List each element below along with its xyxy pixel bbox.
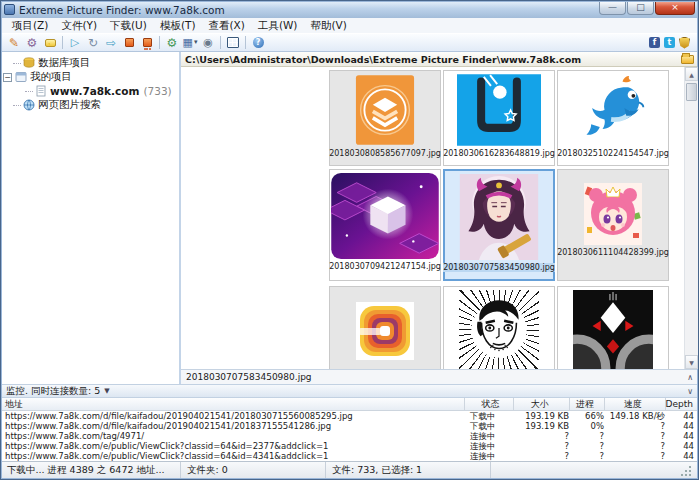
- thumb-image-diamond-game: [573, 290, 653, 369]
- menu-project[interactable]: 项目(Z): [6, 19, 54, 33]
- tree-connector: [13, 63, 21, 64]
- table-header: 地址 状态 大小 进程 速度 Depth: [1, 398, 698, 411]
- menu-download[interactable]: 下载(U): [104, 19, 153, 33]
- project-tree: 数据库项目 − 我的项目 www.7a8k.com (733) 网页图片搜索: [1, 52, 181, 384]
- cell-status: 连接中: [467, 441, 517, 451]
- cell-speed: ?: [608, 421, 669, 431]
- thumbnail-cell[interactable]: 2018030616283648819.jpg: [443, 70, 555, 166]
- continue-download-button[interactable]: ⇨: [102, 35, 120, 51]
- vertical-scrollbar[interactable]: ▲ ▼: [684, 67, 698, 369]
- folder-icon[interactable]: [681, 55, 694, 64]
- tree-item-project-7a8k[interactable]: www.7a8k.com (733): [3, 84, 177, 98]
- tree-item-database-projects[interactable]: 数据库项目: [3, 56, 177, 70]
- thumbnail-cell[interactable]: 2018032510224154547.jpg: [557, 70, 669, 166]
- cell-depth: 44: [669, 431, 698, 441]
- cell-speed: ?: [608, 431, 669, 441]
- menu-bar: 项目(Z) 文件(Y) 下载(U) 模板(T) 查看(X) 工具(W) 帮助(V…: [1, 18, 698, 33]
- comments-button[interactable]: [41, 35, 59, 51]
- cell-url: https://www.7a8k.com/e/public/ViewClick?…: [1, 441, 467, 451]
- target-button[interactable]: ◉: [199, 35, 217, 51]
- scroll-down-icon[interactable]: ▼: [685, 355, 698, 369]
- options-button[interactable]: ⚙: [163, 35, 181, 51]
- facebook-icon[interactable]: f: [649, 37, 660, 48]
- table-row[interactable]: https://www.7a8k.com/e/public/ViewClick?…: [1, 441, 698, 451]
- table-row[interactable]: https://www.7a8k.com/d/file/kaifadou/201…: [1, 411, 698, 421]
- chevron-up-icon[interactable]: ∧: [687, 373, 693, 382]
- menu-help[interactable]: 帮助(V): [304, 19, 352, 33]
- cell-progress: ?: [573, 451, 608, 461]
- close-button[interactable]: ×: [655, 1, 695, 15]
- tree-item-my-projects[interactable]: − 我的项目: [3, 70, 177, 84]
- thumbnail-cell[interactable]: 2018030808585677097.jpg: [329, 70, 441, 166]
- arrow-right-icon: ⇨: [106, 37, 116, 49]
- thumb-image-ball-cup-game: [457, 74, 541, 146]
- status-bar: 下载中... 进程 4389 之 6472 地址... 文件夹: 0 文件: 7…: [1, 461, 698, 479]
- column-header-status[interactable]: 状态: [465, 398, 515, 410]
- tree-label: 我的项目: [30, 70, 72, 84]
- column-header-address[interactable]: 地址: [1, 398, 465, 410]
- cell-url: https://www.7a8k.com/d/file/kaifadou/201…: [1, 421, 467, 431]
- pencil-icon: ✎: [9, 37, 19, 49]
- column-header-depth[interactable]: Depth: [666, 398, 698, 410]
- play-icon: ▷: [71, 37, 79, 48]
- selected-file-bar: 2018030707583450980.jpg ∧: [181, 369, 698, 384]
- chevron-down-icon[interactable]: ∨: [687, 387, 693, 396]
- thumb-image-layers-logo: [355, 74, 415, 146]
- help-button[interactable]: ?: [249, 35, 267, 51]
- donate-icon[interactable]: [679, 37, 690, 49]
- thumbnail-cell-selected[interactable]: 2018030707583450980.jpg: [443, 169, 555, 281]
- scroll-up-icon[interactable]: ▲: [685, 67, 698, 81]
- cell-depth: 44: [669, 451, 698, 461]
- table-row[interactable]: https://www.7a8k.com/tag/4971/ 连接中 ? ? ?…: [1, 431, 698, 441]
- cell-depth: 44: [669, 421, 698, 431]
- projects-icon: [15, 71, 27, 83]
- thumbnail-cell[interactable]: [329, 286, 441, 369]
- toolbar-separator: [62, 36, 63, 49]
- speech-bubble-icon: [45, 39, 56, 47]
- cell-progress: 66%: [573, 411, 608, 421]
- stop-icon: [125, 38, 134, 47]
- content-area: 数据库项目 − 我的项目 www.7a8k.com (733) 网页图片搜索: [1, 52, 698, 384]
- title-bar[interactable]: Extreme Picture Finder: www.7a8k.com — □…: [1, 1, 698, 18]
- column-header-progress[interactable]: 进程: [570, 398, 605, 410]
- stop-download-button[interactable]: [120, 35, 138, 51]
- column-header-size[interactable]: 大小: [514, 398, 570, 410]
- table-row[interactable]: https://www.7a8k.com/e/public/ViewClick?…: [1, 451, 698, 461]
- view-mode-button[interactable]: ▦▾: [181, 35, 199, 51]
- resize-grip[interactable]: [679, 466, 691, 478]
- thumbnail-cell[interactable]: [443, 286, 555, 369]
- maximize-button[interactable]: □: [627, 1, 654, 15]
- thumbnail-cell[interactable]: 2018030611104428399.jpg: [557, 169, 669, 281]
- menu-tools[interactable]: 工具(W): [252, 19, 304, 33]
- thumbnail-filename: 2018030616283648819.jpg: [443, 149, 555, 158]
- project-settings-button[interactable]: ⚙: [23, 35, 41, 51]
- cell-size: ?: [517, 451, 573, 461]
- collapse-toggle-icon[interactable]: −: [3, 73, 12, 82]
- window-title: Extreme Picture Finder: www.7a8k.com: [19, 4, 225, 16]
- new-project-button[interactable]: ✎: [5, 35, 23, 51]
- status-folders: 文件夹: 0: [181, 462, 326, 479]
- menu-file[interactable]: 文件(Y): [55, 19, 103, 33]
- start-download-button[interactable]: ▷: [66, 35, 84, 51]
- tree-item-count: (733): [143, 85, 171, 97]
- menu-template[interactable]: 模板(T): [154, 19, 202, 33]
- tree-item-web-image-search[interactable]: 网页图片搜索: [3, 98, 177, 112]
- stop-all-button[interactable]: [138, 35, 156, 51]
- dropdown-arrow-icon[interactable]: ▼: [104, 387, 109, 395]
- status-progress: 下载中... 进程 4389 之 6472 地址...: [1, 462, 181, 479]
- table-row[interactable]: https://www.7a8k.com/d/file/kaifadou/201…: [1, 421, 698, 431]
- menu-view[interactable]: 查看(X): [203, 19, 251, 33]
- stop-all-icon: [143, 38, 152, 47]
- twitter-icon[interactable]: t: [664, 37, 675, 48]
- toolbar-separator: [220, 36, 221, 49]
- social-links: f t: [649, 37, 694, 49]
- thumbnail-cell[interactable]: [557, 286, 669, 369]
- cell-depth: 44: [669, 441, 698, 451]
- image-viewer-button[interactable]: [224, 35, 242, 51]
- cell-url: https://www.7a8k.com/d/file/kaifadou/201…: [1, 411, 467, 421]
- thumbnail-cell[interactable]: 2018030709421247154.jpg: [329, 169, 441, 281]
- restart-download-button[interactable]: ↻: [84, 35, 102, 51]
- scrollbar-thumb[interactable]: [686, 83, 697, 101]
- minimize-button[interactable]: —: [599, 1, 626, 15]
- column-header-speed[interactable]: 速度: [605, 398, 666, 410]
